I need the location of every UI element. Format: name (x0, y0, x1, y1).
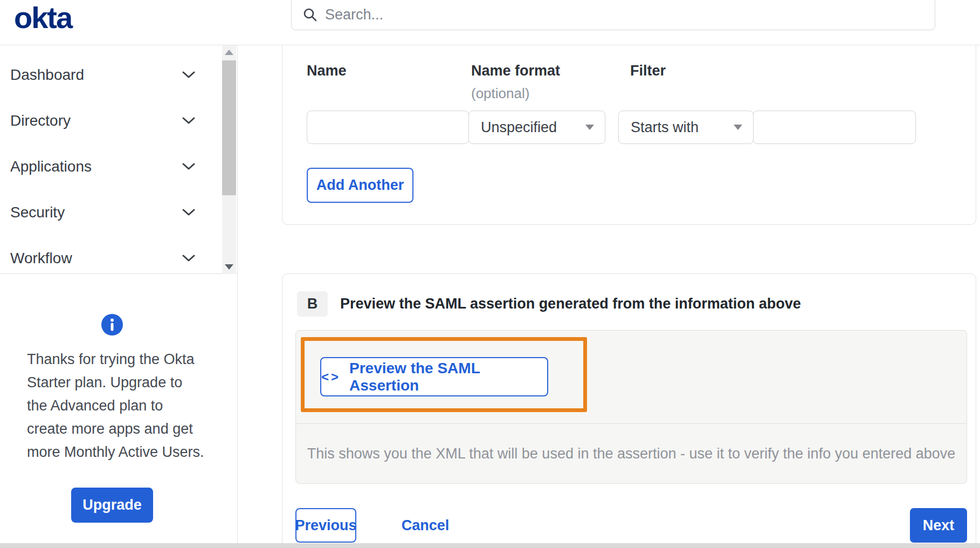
okta-admin-app: okta Dashboard Directory (0, 0, 980, 548)
trial-message-line: create more apps and get (27, 417, 210, 441)
scroll-down-icon[interactable] (222, 260, 236, 274)
upgrade-button[interactable]: Upgrade (71, 488, 153, 523)
trial-message-line: Starter plan. Upgrade to (27, 371, 210, 394)
sidebar-item-label: Applications (10, 158, 92, 175)
main-content: Name Name format (optional) Filter Unspe… (237, 45, 980, 548)
chevron-down-icon (182, 209, 195, 216)
sidebar-nav: Dashboard Directory Applications Securit… (0, 45, 237, 274)
sidebar-item-dashboard[interactable]: Dashboard (0, 52, 237, 98)
panel-description: This shows you the XML that will be used… (307, 446, 956, 462)
okta-logo: okta (14, 0, 72, 35)
sidebar-item-directory[interactable]: Directory (0, 98, 237, 143)
section-b-header: B Preview the SAML assertion generated f… (297, 291, 801, 317)
trial-message: Thanks for trying the Okta Starter plan.… (27, 348, 210, 464)
optional-label: (optional) (471, 85, 529, 102)
sidebar: Dashboard Directory Applications Securit… (0, 45, 237, 548)
chevron-down-icon (182, 71, 195, 79)
sidebar-item-label: Directory (10, 112, 71, 129)
sidebar-scrollbar[interactable] (222, 45, 236, 274)
filter-operator-select[interactable]: Starts with (618, 111, 754, 144)
attributes-form-card: Name Name format (optional) Filter Unspe… (282, 45, 976, 225)
saml-preview-card: B Preview the SAML assertion generated f… (282, 273, 976, 548)
preview-saml-label: Preview the SAML Assertion (349, 360, 547, 394)
global-search (291, 0, 935, 30)
trial-message-line: Thanks for trying the Okta (27, 348, 210, 371)
scroll-up-icon[interactable] (222, 45, 236, 59)
chevron-down-icon (182, 117, 195, 125)
sidebar-item-applications[interactable]: Applications (0, 143, 237, 189)
search-input[interactable] (325, 6, 935, 23)
trial-message-line: more Monthly Active Users. (27, 441, 210, 464)
code-icon: <> (321, 369, 341, 385)
sidebar-item-security[interactable]: Security (0, 189, 237, 235)
caret-down-icon (734, 125, 742, 130)
chevron-down-icon (182, 163, 195, 170)
search-icon (302, 7, 318, 22)
next-button[interactable]: Next (910, 508, 967, 543)
filter-operator-value: Starts with (631, 119, 699, 136)
preview-panel: <> Preview the SAML Assertion This shows… (295, 330, 967, 484)
section-b-title: Preview the SAML assertion generated fro… (340, 296, 801, 312)
caret-down-icon (585, 125, 594, 130)
bottom-page-edge (0, 543, 980, 548)
trial-message-line: the Advanced plan to (27, 394, 210, 417)
info-icon (101, 314, 123, 335)
sidebar-item-label: Workflow (10, 250, 72, 267)
sidebar-item-label: Dashboard (10, 66, 84, 84)
sidebar-item-workflow[interactable]: Workflow (0, 235, 237, 281)
previous-button[interactable]: Previous (295, 508, 356, 543)
app-header: okta (0, 0, 980, 45)
add-another-button[interactable]: Add Another (307, 168, 413, 203)
name-format-value: Unspecified (481, 119, 557, 136)
name-column-label: Name (307, 63, 347, 79)
preview-panel-bottom: This shows you the XML that will be used… (296, 423, 967, 483)
preview-panel-top: <> Preview the SAML Assertion (296, 331, 967, 423)
filter-value-input[interactable] (753, 111, 916, 144)
scrollbar-thumb[interactable] (222, 60, 236, 195)
name-format-column-label: Name format (471, 63, 560, 79)
cancel-button[interactable]: Cancel (396, 508, 455, 543)
step-b-badge: B (297, 291, 328, 317)
preview-saml-button[interactable]: <> Preview the SAML Assertion (320, 357, 548, 396)
name-format-select[interactable]: Unspecified (468, 111, 605, 144)
filter-column-label: Filter (630, 63, 666, 79)
sidebar-item-label: Security (10, 204, 65, 221)
attribute-name-input[interactable] (307, 111, 469, 144)
chevron-down-icon (182, 255, 195, 262)
